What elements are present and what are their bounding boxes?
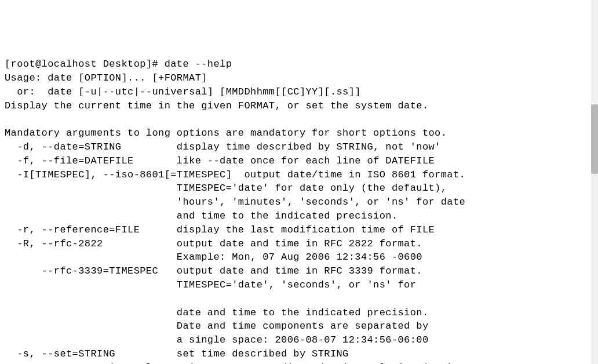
scrollbar-thumb[interactable] bbox=[591, 104, 598, 174]
option-rfc3339-line-2: TIMESPEC='date', 'seconds', or 'ns' for bbox=[5, 279, 416, 290]
command-text: date --help bbox=[165, 59, 232, 70]
option-R-line-2: Example: Mon, 07 Aug 2006 12:34:56 -0600 bbox=[5, 252, 422, 263]
option-f-line: -f, --file=DATEFILE like --date once for… bbox=[5, 155, 435, 166]
option-r-line: -r, --reference=FILE display the last mo… bbox=[5, 224, 435, 235]
terminal-output[interactable]: [root@localhost Desktop]# date --help Us… bbox=[5, 57, 593, 364]
option-I-line-1: -I[TIMESPEC], --iso-8601[=TIMESPEC] outp… bbox=[5, 169, 465, 180]
option-R-line-1: -R, --rfc-2822 output date and time in R… bbox=[5, 238, 422, 249]
description-line: Display the current time in the given FO… bbox=[5, 100, 429, 111]
shell-prompt: [root@localhost Desktop]# bbox=[5, 59, 165, 70]
option-I-line-3: 'hours', 'minutes', 'seconds', or 'ns' f… bbox=[5, 196, 465, 208]
option-I-line-2: TIMESPEC='date' for date only (the defau… bbox=[5, 183, 447, 194]
scrollbar-track[interactable] bbox=[591, 0, 598, 364]
option-d-line: -d, --date=STRING display time described… bbox=[5, 141, 441, 152]
usage-line-1: Usage: date [OPTION]... [+FORMAT] bbox=[5, 72, 207, 83]
mandatory-line: Mandatory arguments to long options are … bbox=[5, 128, 447, 139]
option-rfc3339-line-3: date and time to the indicated precision… bbox=[5, 307, 429, 318]
option-I-line-4: and time to the indicated precision. bbox=[5, 210, 398, 221]
option-rfc3339-line-4: Date and time components are separated b… bbox=[5, 321, 429, 332]
usage-line-2: or: date [-u|--utc|--universal] [MMDDhhm… bbox=[5, 86, 361, 97]
option-rfc3339-line-5: a single space: 2006-08-07 12:34:56-06:0… bbox=[5, 334, 429, 345]
option-rfc3339-line-1: --rfc-3339=TIMESPEC output date and time… bbox=[5, 265, 422, 276]
option-s-line: -s, --set=STRING set time described by S… bbox=[5, 348, 349, 359]
